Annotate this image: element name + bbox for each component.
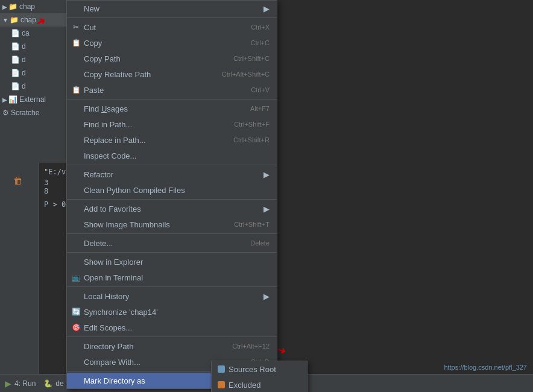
trash-button[interactable]: 🗑 [0,169,36,193]
run-script: 🐍 [43,379,52,388]
menu-item-directory-path[interactable]: Directory Path Ctrl+Alt+F12 [67,338,277,354]
item-label: d [22,69,26,77]
submenu-mark-directory: Sources Root Excluded Resource Root Temp… [211,361,308,392]
arrow-icon: ▶ [2,4,7,10]
sources-root-icon [218,365,225,373]
menu-item-edit-scopes[interactable]: 🎯 Edit Scopes... [67,320,277,335]
submenu-arrow-icon: ▶ [263,170,270,179]
item-label: chap [19,2,35,11]
terminal-line2: > 0 [52,200,66,209]
item-label: chap [20,16,36,24]
separator [67,199,277,200]
blog-url: https://blog.csdn.net/pfl_327 [444,364,527,371]
scope-icon: 🎯 [71,323,81,332]
paste-icon: 📋 [71,86,81,94]
separator [67,99,277,100]
menu-item-add-favorites[interactable]: Add to Favorites ▶ [67,201,277,217]
arrow-icon: ▶ [2,96,7,103]
submenu-arrow-icon: ▶ [263,4,270,13]
excluded-icon [218,381,225,388]
submenu-arrow-icon: ▶ [263,204,270,213]
menu-item-show-explorer[interactable]: Show in Explorer [67,254,277,270]
run-tab: ▶ 4: Run 🐍 de [5,379,64,388]
terminal-icon: 📺 [71,273,81,282]
project-item-d3[interactable]: 📄 d [0,66,69,80]
menu-item-local-history[interactable]: Local History ▶ [67,288,277,304]
item-label: ca [22,29,30,37]
sync-icon: 🔄 [71,308,81,316]
menu-item-clean-python[interactable]: Clean Python Compiled Files [67,182,277,198]
project-item-external[interactable]: ▶ 📊 External [0,93,69,106]
project-item-ca[interactable]: 📄 ca [0,27,69,40]
separator [67,165,277,165]
project-item-d1[interactable]: 📄 d [0,40,69,53]
menu-item-find-in-path[interactable]: Find in Path... Ctrl+Shift+F [67,116,277,132]
menu-item-delete[interactable]: Delete... Delete [67,235,277,251]
project-item-d2[interactable]: 📄 d [0,53,69,66]
run-label: 4: Run [14,379,36,388]
item-label: d [22,55,26,64]
copy-icon: 📋 [71,39,81,47]
submenu-item-excluded[interactable]: Excluded [212,377,307,392]
menu-item-replace-in-path[interactable]: Replace in Path... Ctrl+Shift+R [67,132,277,148]
project-item-scratche[interactable]: ⚙ Scratche [0,106,69,119]
menu-item-open-terminal[interactable]: 📺 Open in Terminal [67,270,277,285]
separator [67,286,277,287]
menu-item-copy[interactable]: 📋 Copy Ctrl+C [67,35,277,51]
sources-root-label: Sources Root [229,365,276,374]
submenu-arrow-icon: ▶ [263,292,270,301]
menu-item-copy-path[interactable]: Copy Path Ctrl+Shift+C [67,51,277,66]
menu-item-synchronize[interactable]: 🔄 Synchronize 'chap14' [67,304,277,320]
excluded-label: Excluded [229,381,260,390]
menu-item-show-thumbnails[interactable]: Show Image Thumbnails Ctrl+Shift+T [67,217,277,232]
menu-item-paste[interactable]: 📋 Paste Ctrl+V [67,82,277,98]
context-menu: New ▶ ✂ Cut Ctrl+X 📋 Copy Ctrl+C Copy Pa… [66,0,277,389]
run-script-name: de [55,379,63,388]
menu-item-cut[interactable]: ✂ Cut Ctrl+X [67,19,277,35]
project-item-d4[interactable]: 📄 d [0,80,69,93]
item-label: Scratche [11,109,39,117]
arrow-icon: ▼ [2,17,8,24]
submenu-item-sources-root[interactable]: Sources Root [212,361,307,377]
menu-item-new[interactable]: New ▶ [67,1,277,16]
item-label: d [22,82,26,90]
menu-item-inspect-code[interactable]: Inspect Code... [67,148,277,163]
item-label: d [22,42,26,51]
run-icon: ▶ [5,379,11,388]
menu-item-find-usages[interactable]: Find Usages Alt+F7 [67,101,277,116]
item-label: External [19,95,46,104]
separator [67,17,277,18]
project-panel: ▶ 📁 chap ▼ 📁 chap 📄 ca 📄 d 📄 d 📄 d 📄 d ▶… [0,0,69,163]
menu-item-refactor[interactable]: Refactor ▶ [67,166,277,182]
menu-item-copy-relative-path[interactable]: Copy Relative Path Ctrl+Alt+Shift+C [67,66,277,82]
cut-icon: ✂ [71,23,81,31]
separator [67,252,277,253]
separator [67,337,277,337]
project-item-chap1[interactable]: ▶ 📁 chap [0,0,69,13]
separator [67,233,277,234]
